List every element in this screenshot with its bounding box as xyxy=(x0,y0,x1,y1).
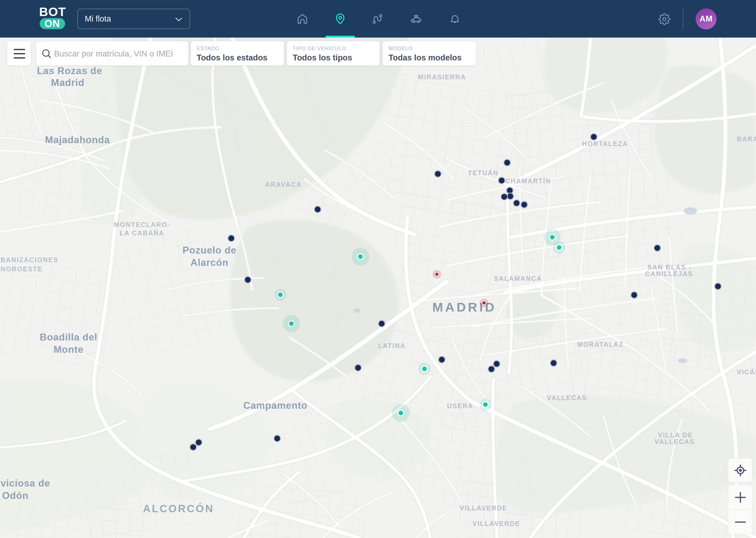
svg-text:Boadilla del: Boadilla del xyxy=(40,332,97,343)
svg-text:MIRASIERRA: MIRASIERRA xyxy=(418,73,466,81)
svg-text:Campamento: Campamento xyxy=(243,400,307,411)
svg-text:Pozuelo de: Pozuelo de xyxy=(182,245,236,256)
svg-text:LATINA: LATINA xyxy=(378,342,406,350)
svg-text:VILLAVERDE: VILLAVERDE xyxy=(473,520,520,527)
svg-text:Las Rozas de: Las Rozas de xyxy=(37,65,102,76)
svg-text:Majadahonda: Majadahonda xyxy=(45,134,110,145)
svg-text:viciosa de: viciosa de xyxy=(1,478,50,489)
svg-text:VALLECAS: VALLECAS xyxy=(655,438,695,445)
svg-text:BARAJAS: BARAJAS xyxy=(737,135,756,143)
svg-text:LA CABAÑA: LA CABAÑA xyxy=(120,229,164,237)
svg-text:BANIZACIONES: BANIZACIONES xyxy=(1,256,58,263)
svg-text:VALLECAS: VALLECAS xyxy=(547,394,587,402)
svg-text:Odón: Odón xyxy=(2,490,28,501)
svg-text:TETUÁN: TETUÁN xyxy=(468,169,498,177)
svg-text:SAN BLAS -: SAN BLAS - xyxy=(647,263,691,271)
svg-text:Madrid: Madrid xyxy=(51,77,84,88)
svg-text:MORATALAZ: MORATALAZ xyxy=(577,341,624,348)
svg-text:CHAMARTÍN: CHAMARTÍN xyxy=(505,177,551,185)
svg-text:ARAVACA: ARAVACA xyxy=(265,181,302,188)
svg-text:USERA: USERA xyxy=(447,402,473,409)
svg-text:VICÁLVARO: VICÁLVARO xyxy=(737,368,756,376)
svg-text:VILLAVERDE: VILLAVERDE xyxy=(460,504,507,512)
svg-text:VILLA DE: VILLA DE xyxy=(658,431,693,439)
svg-text:CANILLEJAS: CANILLEJAS xyxy=(645,270,693,277)
svg-text:ALCORCÓN: ALCORCÓN xyxy=(143,503,214,514)
svg-text:Monte: Monte xyxy=(54,344,83,355)
svg-text:MONTECLARO-: MONTECLARO- xyxy=(114,221,170,228)
svg-text:SALAMANCA: SALAMANCA xyxy=(494,275,542,282)
svg-text:HORTALEZA: HORTALEZA xyxy=(582,140,628,147)
svg-text:NOROESTE: NOROESTE xyxy=(1,265,42,273)
svg-text:Alarcón: Alarcón xyxy=(191,257,229,268)
